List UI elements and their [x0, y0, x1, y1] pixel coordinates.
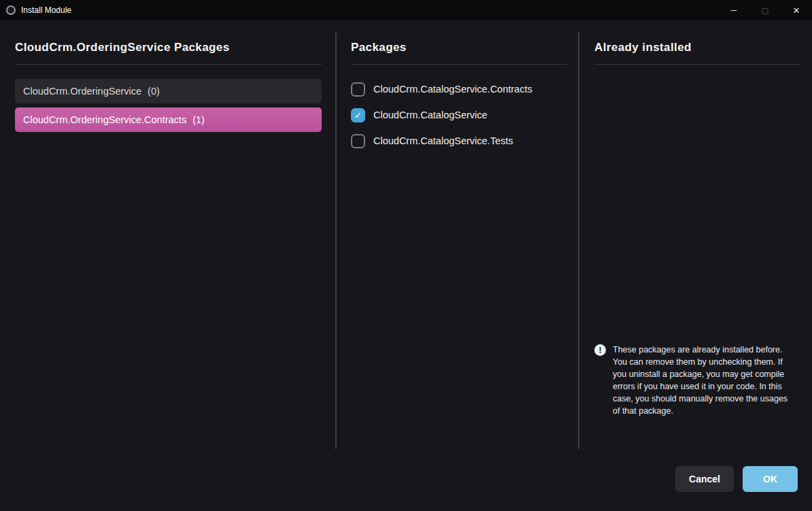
already-installed-title: Already installed [594, 20, 800, 64]
modules-panel-title: CloudCrm.OrderingService Packages [15, 20, 322, 64]
ok-button[interactable]: OK [743, 466, 798, 492]
package-list: CloudCrm.CatalogService.Contracts ✓ Clou… [351, 76, 567, 154]
packages-panel: Packages CloudCrm.CatalogService.Contrac… [351, 20, 567, 511]
packages-panel-title: Packages [351, 20, 567, 64]
already-installed-note: ! These packages are already installed b… [594, 344, 800, 417]
module-item-count: (1) [192, 114, 205, 125]
cancel-button[interactable]: Cancel [675, 466, 734, 492]
note-text: These packages are already installed bef… [613, 344, 795, 417]
module-item-orderingservice[interactable]: CloudCrm.OrderingService (0) [15, 79, 322, 103]
packages-panel-divider [351, 64, 567, 65]
modules-panel: CloudCrm.OrderingService Packages CloudC… [15, 20, 322, 511]
window-controls: – ▢ ✕ [718, 0, 812, 20]
package-label: CloudCrm.CatalogService [373, 110, 488, 120]
checkbox-unchecked-icon[interactable] [351, 134, 365, 148]
package-row-catalogservice-tests[interactable]: CloudCrm.CatalogService.Tests [351, 128, 567, 154]
info-icon: ! [594, 344, 606, 356]
panel-divider [335, 33, 337, 449]
checkbox-checked-icon[interactable]: ✓ [351, 108, 365, 122]
module-item-label: CloudCrm.OrderingService.Contracts [23, 114, 186, 125]
maximize-button[interactable]: ▢ [749, 0, 781, 20]
package-row-catalogservice[interactable]: ✓ CloudCrm.CatalogService [351, 102, 567, 128]
checkbox-unchecked-icon[interactable] [351, 82, 365, 97]
module-list: CloudCrm.OrderingService (0) CloudCrm.Or… [15, 79, 322, 132]
install-module-window: Install Module – ▢ ✕ CloudCrm.OrderingSe… [0, 0, 812, 511]
content-area: CloudCrm.OrderingService Packages CloudC… [0, 20, 812, 511]
module-item-orderingservice-contracts[interactable]: CloudCrm.OrderingService.Contracts (1) [15, 108, 322, 132]
already-installed-panel: Already installed ! These packages are a… [594, 20, 800, 511]
titlebar: Install Module – ▢ ✕ [0, 0, 812, 20]
already-installed-divider [594, 64, 800, 65]
footer-actions: Cancel OK [675, 466, 798, 492]
window-title: Install Module [21, 5, 71, 15]
package-label: CloudCrm.CatalogService.Tests [373, 135, 513, 146]
package-label: CloudCrm.CatalogService.Contracts [373, 84, 532, 95]
modules-panel-divider [15, 64, 322, 65]
module-item-count: (0) [148, 86, 160, 97]
close-button[interactable]: ✕ [781, 0, 812, 20]
titlebar-left: Install Module [0, 5, 71, 15]
minimize-button[interactable]: – [718, 0, 749, 20]
app-icon [6, 5, 16, 15]
module-item-label: CloudCrm.OrderingService [23, 86, 141, 97]
panel-divider [578, 33, 579, 449]
package-row-catalogservice-contracts[interactable]: CloudCrm.CatalogService.Contracts [351, 76, 567, 102]
